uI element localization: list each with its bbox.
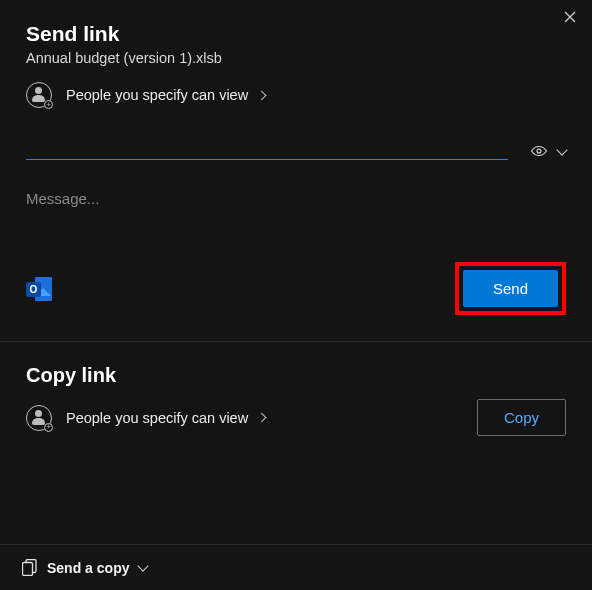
permission-text: People you specify can view — [66, 87, 248, 103]
chevron-right-icon — [257, 413, 267, 423]
message-input[interactable] — [26, 190, 566, 207]
footer: Send a copy — [0, 544, 592, 590]
chevron-right-icon — [257, 90, 267, 100]
send-button[interactable]: Send — [463, 270, 558, 307]
chevron-down-icon — [138, 560, 149, 571]
svg-rect-2 — [23, 563, 33, 576]
send-link-section: Send link Annual budget (version 1).xlsb… — [0, 0, 592, 341]
recipient-input[interactable] — [26, 134, 508, 160]
send-a-copy-button[interactable]: Send a copy — [22, 559, 147, 576]
chevron-down-icon — [556, 144, 567, 155]
permission-settings-button[interactable]: + People you specify can view — [26, 80, 265, 110]
send-button-highlight: Send — [455, 262, 566, 315]
send-link-title: Send link — [26, 22, 566, 46]
copy-document-icon — [22, 559, 37, 576]
copy-permission-text: People you specify can view — [66, 410, 248, 426]
send-a-copy-label: Send a copy — [47, 560, 129, 576]
recipient-row — [26, 134, 566, 160]
send-action-row: O Send — [26, 262, 566, 341]
people-icon: + — [26, 82, 52, 108]
close-icon — [564, 9, 576, 27]
view-options-dropdown[interactable] — [530, 144, 566, 158]
file-name: Annual budget (version 1).xlsb — [26, 50, 566, 66]
copy-link-section: Copy link + People you specify can view … — [0, 342, 592, 460]
svg-point-0 — [537, 149, 541, 153]
close-button[interactable] — [560, 8, 580, 28]
outlook-icon[interactable]: O — [26, 277, 52, 301]
eye-icon — [530, 144, 548, 158]
copy-link-title: Copy link — [26, 364, 566, 387]
copy-button[interactable]: Copy — [477, 399, 566, 436]
people-icon: + — [26, 405, 52, 431]
copy-permission-settings-button[interactable]: + People you specify can view — [26, 403, 265, 433]
